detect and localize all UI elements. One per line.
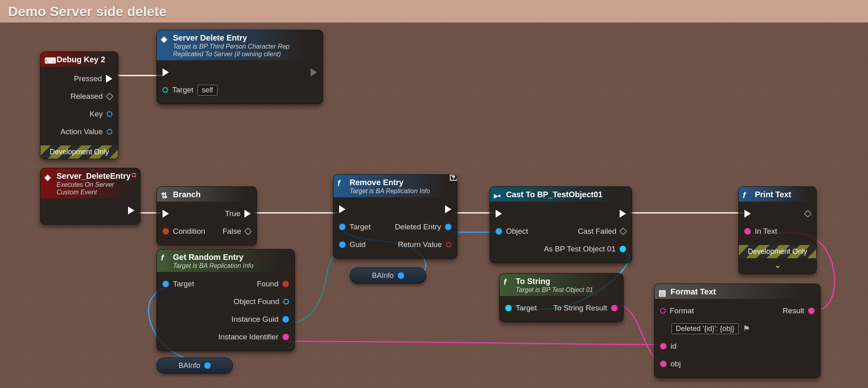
exec-pin[interactable] xyxy=(128,206,134,214)
pin-label: In Text xyxy=(755,227,777,236)
node-cast-to-bp-testobject01[interactable]: ▸▪ Cast To BP_TestObject01 Object Cast F… xyxy=(490,186,632,263)
node-subtitle: Target is BA Replication Info xyxy=(350,187,451,195)
node-title: Debug Key 2 xyxy=(57,55,105,64)
node-title: Server_DeleteEntry xyxy=(57,172,131,180)
node-subtitle: Custom Event xyxy=(57,188,134,196)
pin-label: obj xyxy=(671,359,681,368)
node-print-text[interactable]: f Print Text In Text Development Only ⌄ xyxy=(738,186,817,274)
data-pin[interactable] xyxy=(107,129,112,135)
data-pin[interactable] xyxy=(446,242,451,247)
pin-label: Instance Identifier xyxy=(218,333,278,341)
comment-banner: Demo Server side delete xyxy=(0,0,868,22)
node-title: Get Random Entry xyxy=(173,253,244,261)
data-pin[interactable] xyxy=(445,224,451,230)
format-text-icon: ▤ xyxy=(659,288,667,297)
chevron-down-icon: ⌄ xyxy=(774,260,781,270)
data-pin[interactable] xyxy=(204,362,211,369)
exec-pin[interactable] xyxy=(311,68,317,76)
node-subtitle: Executes On Server xyxy=(57,181,134,188)
pin-label: To String Result xyxy=(553,304,607,312)
data-pin[interactable] xyxy=(496,228,502,235)
node-subtitle: Target is BA Replication Info xyxy=(173,262,289,270)
data-pin[interactable] xyxy=(163,228,169,235)
localize-icon[interactable]: ⚑ xyxy=(743,324,750,333)
node-title: Branch xyxy=(173,190,201,199)
data-pin[interactable] xyxy=(620,246,626,252)
node-header: ◈ Server Delete Entry Target is BP Third… xyxy=(157,30,323,60)
function-icon: f xyxy=(337,179,346,188)
pin-label: Object xyxy=(506,227,528,236)
pin-label: Pressed xyxy=(74,74,102,83)
node-format-text[interactable]: ▤ Format Text Format Result Deleted '{id… xyxy=(654,284,821,378)
exec-pin[interactable] xyxy=(445,205,451,213)
node-debug-key-2[interactable]: ⌨ Debug Key 2 Pressed Released Key Actio… xyxy=(40,51,118,159)
pin-label: id xyxy=(671,342,677,351)
branch-icon: ⇅ xyxy=(161,191,170,200)
node-title: Print Text xyxy=(755,190,791,199)
node-server-delete-entry-event[interactable]: ◈ Server_DeleteEntry Executes On Server … xyxy=(40,168,140,225)
node-remove-entry[interactable]: 🗄 f Remove Entry Target is BA Replicatio… xyxy=(333,174,457,259)
node-title: Remove Entry xyxy=(350,178,404,187)
exec-pin[interactable] xyxy=(163,210,169,218)
exec-pin[interactable] xyxy=(106,75,112,83)
exec-pin[interactable] xyxy=(244,227,252,235)
data-pin[interactable] xyxy=(339,241,346,248)
data-pin[interactable] xyxy=(660,343,667,349)
pin-label: Cast Failed xyxy=(578,227,616,236)
exec-pin[interactable] xyxy=(339,205,346,213)
data-pin[interactable] xyxy=(283,316,289,323)
pin-label: Target xyxy=(172,86,193,94)
node-server-delete-entry-call[interactable]: ◈ Server Delete Entry Target is BP Third… xyxy=(157,30,323,104)
node-title: Format Text xyxy=(671,287,716,296)
dev-only-badge: Development Only xyxy=(739,245,816,258)
node-header: f Get Random Entry Target is BA Replicat… xyxy=(157,249,295,272)
data-pin[interactable] xyxy=(398,272,404,279)
pin-label: Target xyxy=(516,304,537,312)
pin-label: Released xyxy=(71,92,103,101)
format-string-value[interactable]: Deleted '{id}': {obj} xyxy=(671,323,739,334)
pin-label: Result xyxy=(783,306,804,315)
variable-pill-bainfo-2[interactable]: BAInfo xyxy=(350,268,426,284)
data-pin[interactable] xyxy=(660,308,666,314)
data-pin[interactable] xyxy=(283,281,289,287)
data-pin[interactable] xyxy=(163,281,169,287)
pin-label: False xyxy=(223,227,241,236)
expand-toggle[interactable]: ⌄ xyxy=(739,258,816,274)
pin-label: Format xyxy=(670,306,694,315)
node-get-random-entry[interactable]: f Get Random Entry Target is BA Replicat… xyxy=(157,249,295,351)
data-pin[interactable] xyxy=(808,308,815,314)
exec-pin[interactable] xyxy=(744,210,751,218)
node-header: ⌨ Debug Key 2 xyxy=(41,52,118,67)
node-header: ▤ Format Text xyxy=(655,284,820,299)
data-pin[interactable] xyxy=(107,111,112,117)
data-pin[interactable] xyxy=(339,224,346,230)
node-header: ▸▪ Cast To BP_TestObject01 xyxy=(490,187,632,202)
replicated-icon xyxy=(132,173,136,177)
data-pin[interactable] xyxy=(611,305,618,311)
data-pin[interactable] xyxy=(744,228,751,235)
pin-label: Object Found xyxy=(234,297,279,306)
data-pin[interactable] xyxy=(660,361,667,367)
pin-label: Condition xyxy=(173,227,205,236)
data-pin[interactable] xyxy=(283,334,289,340)
exec-pin[interactable] xyxy=(496,210,502,218)
exec-pin[interactable] xyxy=(619,227,627,235)
data-pin[interactable] xyxy=(283,299,289,304)
variable-pill-bainfo-1[interactable]: BAInfo xyxy=(157,357,233,374)
exec-pin[interactable] xyxy=(620,210,626,218)
exec-pin[interactable] xyxy=(163,68,169,76)
event-call-icon: ◈ xyxy=(161,34,170,43)
pin-label: Target xyxy=(173,280,194,288)
exec-pin[interactable] xyxy=(804,210,812,218)
node-to-string[interactable]: f To String Target is BP Test Object 01 … xyxy=(499,273,624,322)
node-header: f To String Target is BP Test Object 01 xyxy=(500,274,623,296)
node-branch[interactable]: ⇅ Branch True Condition False xyxy=(157,186,257,245)
exec-pin[interactable] xyxy=(244,210,251,218)
node-header: ⇅ Branch xyxy=(157,187,256,202)
node-subtitle: Target is BP Third Person Character Rep xyxy=(173,43,317,50)
custom-event-icon: ◈ xyxy=(45,172,53,181)
pin-default-value[interactable]: self xyxy=(197,85,218,96)
data-pin[interactable] xyxy=(505,305,512,311)
data-pin[interactable] xyxy=(163,87,168,93)
exec-pin[interactable] xyxy=(106,92,114,100)
